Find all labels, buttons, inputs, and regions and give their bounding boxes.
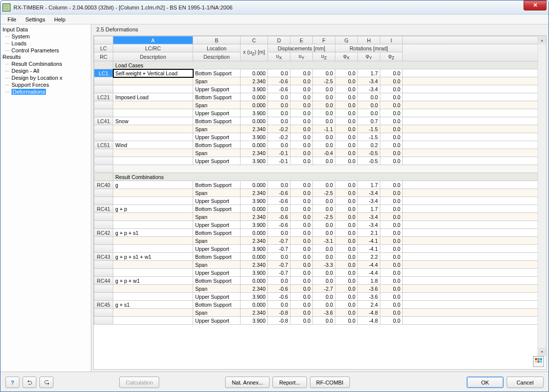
cell-phiz[interactable]: 0.0: [380, 117, 403, 125]
cell-description[interactable]: [113, 261, 193, 269]
cell-x[interactable]: 0.000: [241, 253, 268, 261]
cell-phix[interactable]: 0.0: [335, 197, 358, 205]
cell-ux[interactable]: -0.6: [268, 197, 290, 205]
tree-item-system[interactable]: System: [2, 33, 91, 40]
cell-ux[interactable]: -0.6: [268, 189, 290, 197]
cell-phiy[interactable]: -3.4: [358, 77, 380, 85]
table-row[interactable]: Span2.340-0.10.0-0.40.0-0.50.0: [94, 149, 546, 157]
cell-phiz[interactable]: 0.0: [380, 293, 403, 301]
cell-ux[interactable]: 0.0: [268, 109, 290, 117]
cell-ux[interactable]: -0.8: [268, 309, 290, 317]
cell-uz[interactable]: -3.1: [313, 237, 335, 245]
cell-phix[interactable]: 0.0: [335, 229, 358, 237]
cell-phix[interactable]: 0.0: [335, 261, 358, 269]
cell-phiz[interactable]: 0.0: [380, 109, 403, 117]
cell-description[interactable]: [113, 309, 193, 317]
table-row[interactable]: Span2.340-0.60.0-2.70.0-3.60.0: [94, 285, 546, 293]
cell-location[interactable]: Bottom Support: [193, 93, 241, 101]
scroll-up-icon[interactable]: ▴: [538, 36, 546, 44]
cell-phiz[interactable]: 0.0: [380, 261, 403, 269]
cell-description[interactable]: [113, 285, 193, 293]
cell-ux[interactable]: 0.0: [268, 205, 290, 213]
cell-phix[interactable]: 0.0: [335, 117, 358, 125]
cell-description[interactable]: [113, 189, 193, 197]
col-G[interactable]: G: [335, 36, 358, 44]
cell-description[interactable]: Snow: [113, 117, 193, 125]
cell-phix[interactable]: 0.0: [335, 221, 358, 229]
ok-button[interactable]: OK: [467, 377, 504, 388]
table-row[interactable]: Upper Support3.900-0.80.00.00.0-4.80.0: [94, 317, 546, 325]
cell-phiy[interactable]: 0.7: [358, 117, 380, 125]
cell-description[interactable]: [113, 133, 193, 141]
cell-uy[interactable]: 0.0: [290, 77, 313, 85]
cell-uy[interactable]: 0.0: [290, 85, 313, 93]
cell-phiz[interactable]: 0.0: [380, 237, 403, 245]
cell-phiz[interactable]: 0.0: [380, 197, 403, 205]
cell-phix[interactable]: 0.0: [335, 101, 358, 109]
rf-combi-button[interactable]: RF-COMBI: [310, 377, 350, 388]
cell-x[interactable]: 3.900: [241, 157, 268, 165]
report-button[interactable]: Report...: [273, 377, 306, 388]
cell-ux[interactable]: 0.0: [268, 93, 290, 101]
cell-ux[interactable]: -0.6: [268, 293, 290, 301]
table-row[interactable]: Upper Support3.900-0.70.00.00.0-4.40.0: [94, 269, 546, 277]
cell-uy[interactable]: 0.0: [290, 117, 313, 125]
cell-location[interactable]: Upper Support: [193, 109, 241, 117]
cell-description[interactable]: g: [113, 181, 193, 189]
tree-item-result-combinations[interactable]: Result Combinations: [2, 60, 91, 67]
cell-description[interactable]: [113, 221, 193, 229]
cell-uy[interactable]: 0.0: [290, 221, 313, 229]
cell-location[interactable]: Bottom Support: [193, 205, 241, 213]
cell-x[interactable]: 2.340: [241, 309, 268, 317]
cell-phix[interactable]: 0.0: [335, 269, 358, 277]
cell-ux[interactable]: -0.1: [268, 149, 290, 157]
cell-phiz[interactable]: 0.0: [380, 69, 403, 77]
tree-item-support-forces[interactable]: Support Forces: [2, 81, 91, 88]
cell-uz[interactable]: 0.0: [313, 317, 335, 325]
table-row[interactable]: LC21Imposed LoadBottom Support0.0000.00.…: [94, 93, 546, 101]
cell-phiz[interactable]: 0.0: [380, 301, 403, 309]
cell-description[interactable]: [113, 213, 193, 221]
cell-uz[interactable]: 0.0: [313, 205, 335, 213]
cell-phiy[interactable]: -4.1: [358, 245, 380, 253]
cell-phiy[interactable]: -3.6: [358, 285, 380, 293]
cell-phiy[interactable]: 1.7: [358, 205, 380, 213]
cell-uz[interactable]: -3.6: [313, 309, 335, 317]
cell-phiy[interactable]: 2.2: [358, 253, 380, 261]
cell-ux[interactable]: 0.0: [268, 101, 290, 109]
table-row[interactable]: Upper Support3.9000.00.00.00.00.00.0: [94, 109, 546, 117]
cell-uz[interactable]: 0.0: [313, 85, 335, 93]
cell-phiy[interactable]: -4.8: [358, 317, 380, 325]
cell-uz[interactable]: 0.0: [313, 245, 335, 253]
table-row[interactable]: Span0.0000.00.00.00.00.00.0: [94, 101, 546, 109]
table-row[interactable]: Upper Support3.900-0.60.00.00.0-3.40.0: [94, 85, 546, 93]
cell-x[interactable]: 3.900: [241, 85, 268, 93]
cell-phix[interactable]: 0.0: [335, 141, 358, 149]
cell-uy[interactable]: 0.0: [290, 309, 313, 317]
cell-phix[interactable]: 0.0: [335, 93, 358, 101]
cell-uy[interactable]: 0.0: [290, 205, 313, 213]
cell-phix[interactable]: 0.0: [335, 213, 358, 221]
cell-uy[interactable]: 0.0: [290, 197, 313, 205]
prev-entry-button[interactable]: ⮌: [22, 377, 36, 388]
cell-uz[interactable]: 0.0: [313, 253, 335, 261]
menu-help[interactable]: Help: [50, 15, 69, 23]
cell-uz[interactable]: 0.0: [313, 301, 335, 309]
cell-ux[interactable]: 0.0: [268, 277, 290, 285]
cell-x[interactable]: 2.340: [241, 261, 268, 269]
tree-item-design-by-location-x[interactable]: Design by Location x: [2, 74, 91, 81]
table-row[interactable]: LC1Self-weight + Vertical LoadBottom Sup…: [94, 69, 546, 77]
cell-location[interactable]: Upper Support: [193, 157, 241, 165]
cell-location[interactable]: Bottom Support: [193, 69, 241, 77]
cell-ux[interactable]: -0.6: [268, 85, 290, 93]
cell-location[interactable]: Bottom Support: [193, 301, 241, 309]
cell-x[interactable]: 3.900: [241, 245, 268, 253]
cell-location[interactable]: Span: [193, 77, 241, 85]
cell-description[interactable]: [113, 101, 193, 109]
cell-ux[interactable]: -0.2: [268, 133, 290, 141]
scroll-down-icon[interactable]: ▾: [538, 348, 546, 356]
cell-x[interactable]: 0.000: [241, 93, 268, 101]
cell-phiy[interactable]: 1.7: [358, 69, 380, 77]
col-E[interactable]: E: [290, 36, 313, 44]
cell-phix[interactable]: 0.0: [335, 181, 358, 189]
